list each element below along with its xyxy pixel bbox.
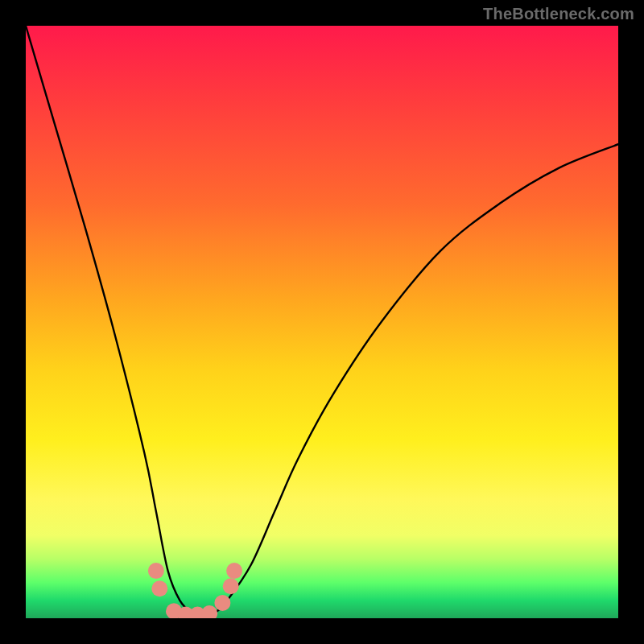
chart-frame: TheBottleneck.com bbox=[0, 0, 644, 644]
marker-point bbox=[201, 605, 217, 618]
marker-point bbox=[148, 563, 164, 579]
marker-point bbox=[151, 580, 167, 597]
plot-area bbox=[26, 26, 618, 618]
marker-point bbox=[226, 563, 242, 579]
marker-point bbox=[214, 595, 230, 611]
curve-markers bbox=[148, 563, 242, 618]
bottleneck-curve-svg bbox=[26, 26, 618, 618]
bottleneck-curve bbox=[26, 26, 618, 615]
watermark-text: TheBottleneck.com bbox=[483, 5, 634, 23]
marker-point bbox=[223, 578, 239, 594]
